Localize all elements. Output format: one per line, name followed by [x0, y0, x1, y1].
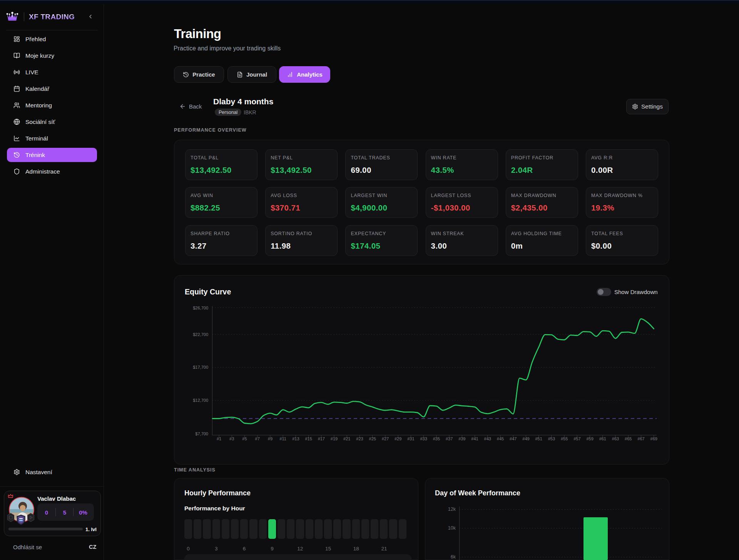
svg-text:#15: #15: [305, 436, 312, 441]
svg-text:#67: #67: [637, 436, 644, 441]
svg-text:#37: #37: [446, 436, 453, 441]
svg-text:$7,700: $7,700: [195, 431, 208, 436]
svg-text:#19: #19: [331, 436, 338, 441]
svg-text:#63: #63: [612, 436, 619, 441]
svg-text:#45: #45: [497, 436, 504, 441]
svg-text:#41: #41: [471, 436, 478, 441]
svg-text:#1: #1: [217, 436, 221, 441]
svg-text:#5: #5: [242, 436, 247, 441]
svg-text:#33: #33: [420, 436, 427, 441]
svg-text:#27: #27: [382, 436, 389, 441]
svg-text:#21: #21: [343, 436, 350, 441]
svg-text:#35: #35: [433, 436, 440, 441]
svg-text:#29: #29: [395, 436, 401, 441]
svg-text:$22,700: $22,700: [193, 332, 208, 337]
svg-text:#55: #55: [561, 436, 568, 441]
svg-text:#9: #9: [268, 436, 273, 441]
svg-text:#51: #51: [535, 436, 542, 441]
svg-text:#53: #53: [548, 436, 555, 441]
svg-text:#43: #43: [484, 436, 491, 441]
svg-text:#13: #13: [292, 436, 299, 441]
svg-text:#39: #39: [458, 436, 465, 441]
svg-text:#3: #3: [229, 436, 234, 441]
svg-text:#69: #69: [650, 436, 657, 441]
svg-text:#7: #7: [255, 436, 260, 441]
svg-text:#57: #57: [573, 436, 580, 441]
svg-text:#61: #61: [599, 436, 606, 441]
svg-text:$17,700: $17,700: [193, 365, 208, 369]
svg-text:#23: #23: [356, 436, 363, 441]
svg-text:#49: #49: [522, 436, 529, 441]
svg-text:#59: #59: [586, 436, 593, 441]
svg-text:#11: #11: [279, 436, 286, 441]
svg-text:#31: #31: [407, 436, 414, 441]
svg-text:#47: #47: [510, 436, 517, 441]
svg-text:#65: #65: [625, 436, 632, 441]
svg-text:#25: #25: [369, 436, 376, 441]
svg-text:#17: #17: [318, 436, 325, 441]
svg-text:$12,700: $12,700: [193, 398, 208, 403]
svg-text:$26,700: $26,700: [193, 306, 208, 310]
